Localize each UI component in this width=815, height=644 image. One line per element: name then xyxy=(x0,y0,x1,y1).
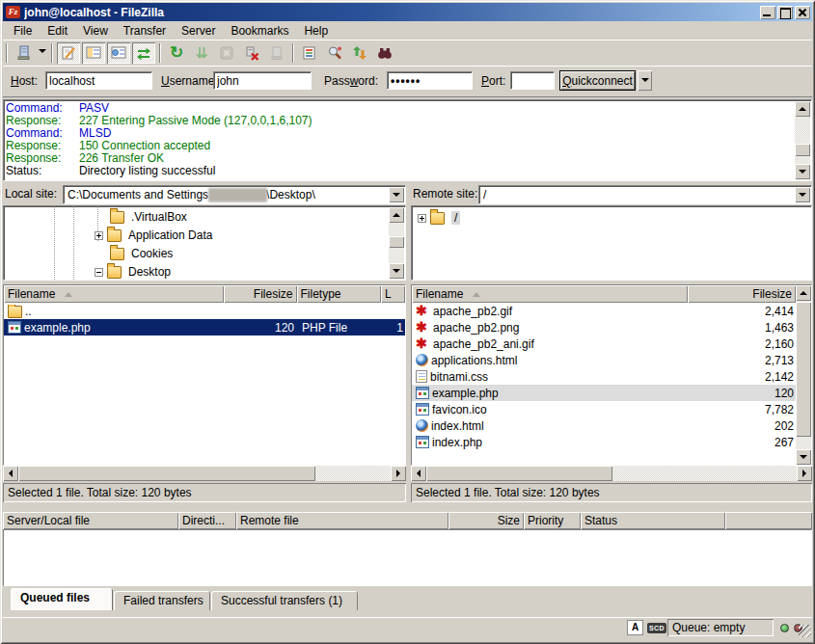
username-input[interactable] xyxy=(213,71,312,90)
scroll-left-icon[interactable] xyxy=(3,466,18,481)
local-tree-scrollbar[interactable] xyxy=(389,207,404,279)
disconnect-icon[interactable] xyxy=(240,42,263,64)
column-header[interactable]: Filesize xyxy=(224,285,297,303)
file-row[interactable]: favicon.ico7,782 xyxy=(412,401,796,417)
quickconnect-dropdown-icon[interactable] xyxy=(638,70,652,91)
tree-item[interactable]: Cookies xyxy=(110,245,173,262)
site-manager-dropdown-icon[interactable] xyxy=(36,42,48,64)
quickconnect-button[interactable]: Quickconnect xyxy=(559,70,636,91)
folder-icon xyxy=(110,211,124,224)
tree-item[interactable]: Desktop xyxy=(95,263,171,281)
local-site-dropdown-icon[interactable] xyxy=(389,187,404,202)
scroll-up-icon[interactable] xyxy=(796,285,811,301)
file-row-selected[interactable]: example.php 120 PHP File 1 xyxy=(4,319,405,335)
menu-edit[interactable]: Edit xyxy=(40,22,75,40)
menu-help[interactable]: Help xyxy=(296,22,336,40)
scroll-up-icon[interactable] xyxy=(795,101,810,117)
tab-queued-files[interactable]: Queued files xyxy=(11,588,113,610)
column-header[interactable]: Filesize xyxy=(688,285,796,303)
maximize-button[interactable] xyxy=(777,6,793,19)
expand-icon[interactable] xyxy=(95,231,103,240)
scroll-thumb[interactable] xyxy=(18,466,315,481)
column-header[interactable]: Filename xyxy=(412,285,688,303)
tree-item[interactable]: / xyxy=(418,209,460,227)
expand-icon[interactable] xyxy=(418,214,426,223)
toggle-local-tree-icon[interactable] xyxy=(82,42,105,64)
minimize-button[interactable] xyxy=(760,6,775,19)
scroll-down-icon[interactable] xyxy=(796,449,811,465)
menu-file[interactable]: File xyxy=(6,22,40,40)
column-header[interactable]: Priority xyxy=(524,512,581,529)
tree-item[interactable]: .VirtualBox xyxy=(110,208,187,226)
toggle-remote-tree-icon[interactable] xyxy=(107,42,130,64)
column-header xyxy=(725,512,812,529)
sync-browsing-icon[interactable] xyxy=(348,42,371,64)
toggle-message-log-icon[interactable] xyxy=(57,42,80,64)
queue-body xyxy=(3,529,812,586)
folder-icon xyxy=(107,229,122,242)
column-header[interactable]: Server/Local file xyxy=(3,512,178,529)
port-input[interactable] xyxy=(510,71,555,90)
file-row[interactable]: index.php267 xyxy=(412,434,796,450)
remote-list-scrollbar[interactable] xyxy=(796,285,811,465)
local-site-combo[interactable]: C:\Documents and Settings████████\Deskto… xyxy=(63,185,406,204)
column-header[interactable]: Filetype xyxy=(297,285,382,303)
menu-server[interactable]: Server xyxy=(174,22,223,40)
file-row[interactable]: bitnami.css2,142 xyxy=(412,368,796,385)
column-header[interactable]: L xyxy=(381,285,405,303)
scroll-thumb[interactable] xyxy=(796,302,811,437)
host-label: Host: xyxy=(11,74,38,88)
file-row[interactable]: apache_pb2_ani.gif2,160 xyxy=(412,335,796,352)
file-row[interactable]: index.html202 xyxy=(412,417,796,434)
toggle-queue-icon[interactable] xyxy=(132,42,155,64)
column-header[interactable]: Filename xyxy=(4,285,224,303)
log-scrollbar[interactable] xyxy=(795,101,810,179)
collapse-icon[interactable] xyxy=(95,268,103,277)
menu-bookmarks[interactable]: Bookmarks xyxy=(223,22,296,40)
menu-view[interactable]: View xyxy=(75,22,116,40)
scroll-down-icon[interactable] xyxy=(795,164,810,179)
file-row[interactable]: apache_pb2.gif2,414 xyxy=(412,303,796,319)
site-manager-icon[interactable] xyxy=(12,42,35,64)
file-row[interactable]: apache_pb2.png1,463 xyxy=(412,319,796,335)
tab-failed-transfers[interactable]: Failed transfers xyxy=(114,591,210,610)
log-line: Status:Directory listing successful xyxy=(6,165,794,177)
tree-item[interactable]: Application Data xyxy=(95,227,212,244)
host-input[interactable] xyxy=(45,71,152,90)
password-label: Password: xyxy=(324,74,378,88)
column-header[interactable]: Status xyxy=(581,512,725,529)
resize-grip[interactable] xyxy=(799,625,811,637)
column-header[interactable]: Directi... xyxy=(178,512,236,529)
remote-site-dropdown-icon[interactable] xyxy=(795,187,810,202)
refresh-icon[interactable]: ↻ xyxy=(165,42,188,64)
filter-icon[interactable] xyxy=(298,42,321,64)
scroll-thumb[interactable] xyxy=(389,236,404,248)
local-file-list: Filename Filesize Filetype L .. example.… xyxy=(3,284,406,466)
column-header[interactable]: Remote file xyxy=(236,512,448,529)
find-files-icon[interactable] xyxy=(373,42,396,64)
file-row[interactable]: applications.html2,713 xyxy=(412,352,796,368)
column-header[interactable]: Size xyxy=(448,512,524,529)
scroll-thumb[interactable] xyxy=(795,144,810,156)
remote-site-combo[interactable]: / xyxy=(478,185,812,204)
cancel-icon[interactable] xyxy=(215,42,238,64)
password-input[interactable] xyxy=(387,71,473,90)
local-list-hscrollbar[interactable] xyxy=(3,466,406,481)
tab-successful-transfers[interactable]: Successful transfers (1) xyxy=(211,591,358,610)
compare-icon[interactable] xyxy=(323,42,346,64)
process-queue-icon[interactable]: ⇊ xyxy=(190,42,213,64)
remote-list-hscrollbar[interactable] xyxy=(411,466,812,481)
scroll-thumb[interactable] xyxy=(426,466,612,481)
sort-ascending-icon xyxy=(65,288,72,297)
close-button[interactable] xyxy=(795,6,810,19)
menu-transfer[interactable]: Transfer xyxy=(116,22,174,40)
scroll-right-icon[interactable] xyxy=(391,466,406,481)
file-row-selected[interactable]: example.php120 xyxy=(412,385,796,401)
scroll-up-icon[interactable] xyxy=(389,207,404,223)
scroll-down-icon[interactable] xyxy=(389,263,404,279)
scroll-left-icon[interactable] xyxy=(411,466,426,481)
scroll-right-icon[interactable] xyxy=(797,466,812,481)
file-row[interactable]: .. xyxy=(4,303,405,319)
username-label: Username: xyxy=(161,74,218,88)
reconnect-icon[interactable] xyxy=(265,42,288,64)
